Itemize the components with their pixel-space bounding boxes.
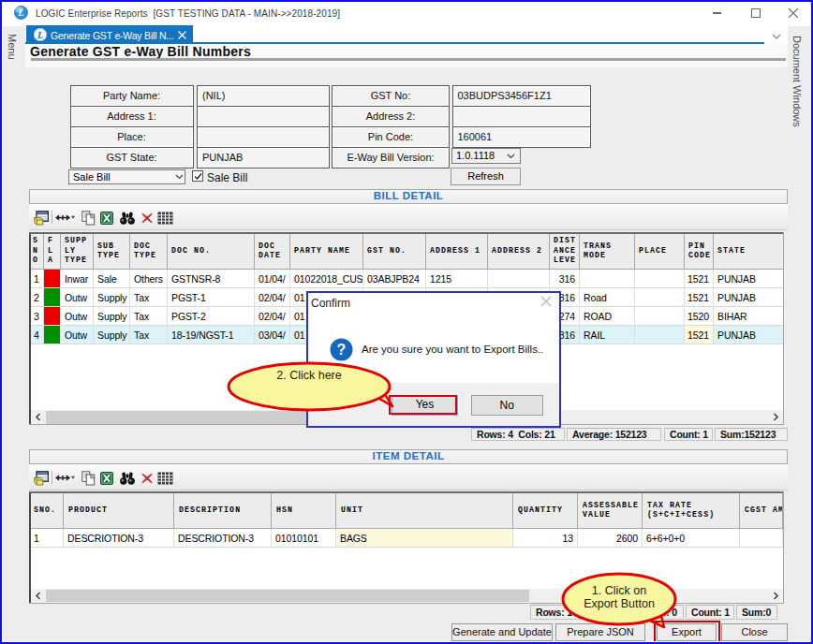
svg-text:Export Button: Export Button (584, 597, 655, 610)
svg-text:L: L (18, 7, 24, 18)
svg-text:2. Click here: 2. Click here (276, 369, 342, 382)
svg-text:L: L (37, 29, 43, 39)
svg-text:1. Click on: 1. Click on (592, 584, 646, 597)
svg-text:?: ? (337, 342, 347, 358)
